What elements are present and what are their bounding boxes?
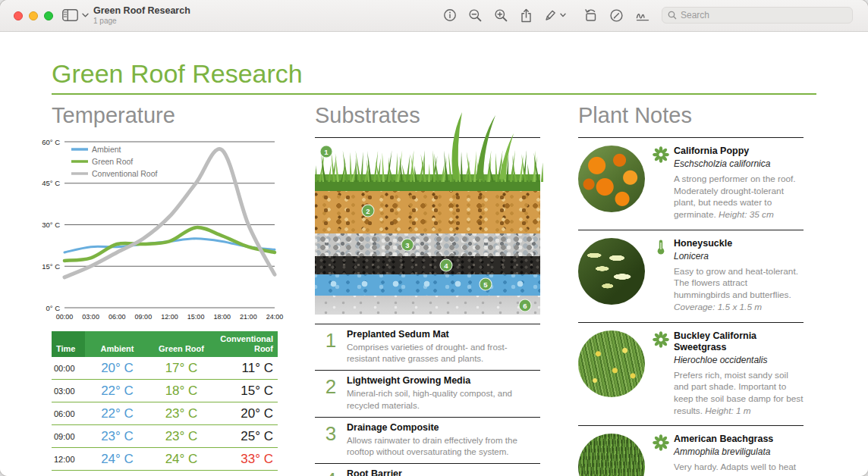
markup-button[interactable] xyxy=(544,8,566,22)
search-input[interactable] xyxy=(681,10,847,20)
zoom-out-button[interactable] xyxy=(468,8,483,23)
ambient-cell: 20° C xyxy=(85,361,149,376)
grass-svg xyxy=(315,111,540,191)
preview-window: Green Roof Research 1 page xyxy=(0,0,868,476)
toolbar xyxy=(443,7,853,23)
window-subtitle: 1 page xyxy=(93,17,190,25)
list-item: 3 Drainage Composite Allows rainwater to… xyxy=(315,418,540,464)
plant-description: Prefers rich, moist sandy soil and part … xyxy=(674,370,804,418)
column-header: Ambient xyxy=(85,331,149,357)
plant-name: California Poppy xyxy=(674,146,804,157)
svg-text:24:00: 24:00 xyxy=(266,313,284,321)
conventional-cell: 25° C xyxy=(213,429,278,444)
temperature-chart: 0° C15° C30° C45° C60° C00:0003:0006:000… xyxy=(41,138,288,329)
document-title: Green Roof Research xyxy=(52,59,303,89)
conventional-cell: 11° C xyxy=(213,361,278,376)
plant-photo xyxy=(578,330,645,397)
signature-icon xyxy=(635,9,650,22)
traffic-lights xyxy=(14,11,53,20)
close-button[interactable] xyxy=(14,11,23,20)
plant-latin-name: Ammophila breviligulata xyxy=(674,446,804,457)
plant-entry: California Poppy Eschscholzia californic… xyxy=(578,138,804,230)
time-cell: 00:00 xyxy=(52,364,85,373)
substrate-badge: 3 xyxy=(401,239,414,252)
item-number: 2 xyxy=(315,375,347,411)
item-number: 4 xyxy=(315,468,347,476)
minimize-button[interactable] xyxy=(29,11,38,20)
time-cell: 09:00 xyxy=(52,432,85,441)
plant-stat: Height: 35 cm xyxy=(719,209,774,220)
plant-stat: Coverage: 1.5 x 1.5 m xyxy=(674,302,762,312)
green-roof-cell: 23° C xyxy=(149,406,213,421)
chevron-down-icon xyxy=(560,13,566,17)
item-title: Preplanted Sedum Mat xyxy=(347,329,540,340)
sidebar-icon xyxy=(62,9,78,21)
svg-text:60° C: 60° C xyxy=(42,138,60,146)
flower-icon xyxy=(653,434,669,451)
svg-text:18:00: 18:00 xyxy=(213,313,231,321)
time-cell: 12:00 xyxy=(52,455,85,464)
search-field[interactable] xyxy=(662,7,853,23)
temperature-table: Time Ambient Green Roof Conventional Roo… xyxy=(52,331,278,471)
ambient-cell: 23° C xyxy=(85,429,149,444)
plant-icon xyxy=(653,330,670,418)
plant-entry: Buckley California Sweetgrass Hierochloe… xyxy=(578,323,804,427)
table-row: 12:00 24° C 24° C 33° C xyxy=(52,448,278,471)
table-row: 00:00 20° C 17° C 11° C xyxy=(52,357,278,380)
svg-text:Conventional Roof: Conventional Roof xyxy=(92,169,157,178)
item-title: Lightweight Growing Media xyxy=(347,375,540,386)
signature-button[interactable] xyxy=(635,9,650,22)
document-page: Green Roof Research Temperature Substrat… xyxy=(0,32,868,476)
rotate-left-button[interactable] xyxy=(583,8,598,22)
plant-latin-name: Eschscholzia californica xyxy=(674,158,804,169)
zoom-in-icon xyxy=(494,8,508,23)
ambient-cell: 22° C xyxy=(85,384,149,399)
zoom-in-button[interactable] xyxy=(494,8,508,23)
plant-entry: Honeysuckle Lonicera Easy to grow and he… xyxy=(578,230,804,323)
substrate-list: 1 Preplanted Sedum Mat Comprises varieti… xyxy=(315,324,540,476)
time-cell: 03:00 xyxy=(52,387,85,396)
plant-name: Buckley California Sweetgrass xyxy=(674,330,804,353)
zoom-window-button[interactable] xyxy=(44,11,53,20)
item-number: 1 xyxy=(315,329,347,365)
plant-notes-list: California Poppy Eschscholzia californic… xyxy=(578,138,804,476)
share-icon xyxy=(520,8,533,23)
svg-text:15:00: 15:00 xyxy=(187,313,205,321)
plant-latin-name: Lonicera xyxy=(674,251,804,261)
title-rule xyxy=(52,93,816,95)
window-title-block: Green Roof Research 1 page xyxy=(93,5,190,25)
share-button[interactable] xyxy=(520,8,533,23)
table-row: 06:00 22° C 23° C 20° C xyxy=(52,402,278,425)
svg-text:45° C: 45° C xyxy=(42,179,60,187)
window-title: Green Roof Research xyxy=(93,5,190,16)
svg-text:30° C: 30° C xyxy=(42,221,60,229)
sidebar-toggle-button[interactable] xyxy=(62,9,89,21)
substrate-badge: 2 xyxy=(362,205,375,218)
svg-text:06:00: 06:00 xyxy=(108,313,126,321)
column-header: Conventional Roof xyxy=(213,331,278,357)
substrate-badge: 1 xyxy=(320,146,333,158)
plant-name: American Beachgrass xyxy=(674,434,804,445)
list-item: 1 Preplanted Sedum Mat Comprises varieti… xyxy=(315,324,540,371)
conventional-cell-alert: 33° C xyxy=(213,452,278,467)
titlebar: Green Roof Research 1 page xyxy=(0,0,868,32)
item-description: Comprises varieties of drought- and fros… xyxy=(347,342,540,365)
root-barrier-layer xyxy=(315,256,540,274)
plant-icon xyxy=(653,146,670,221)
ambient-cell: 24° C xyxy=(85,452,149,467)
column-header: Time xyxy=(52,331,85,357)
info-button[interactable] xyxy=(443,8,457,22)
growing-media-layer xyxy=(315,191,540,233)
annotate-button[interactable] xyxy=(609,8,624,23)
green-roof-cell: 17° C xyxy=(149,361,213,376)
plant-photo xyxy=(578,238,645,305)
plant-description: Very hardy. Adapts well to heat stress o… xyxy=(674,462,804,476)
chevron-down-icon xyxy=(82,13,89,17)
roof-deck-layer xyxy=(315,296,540,315)
table-header-row: Time Ambient Green Roof Conventional Roo… xyxy=(52,331,278,357)
svg-text:00:00: 00:00 xyxy=(56,313,74,321)
green-roof-cell: 24° C xyxy=(149,452,213,467)
substrate-badge: 6 xyxy=(519,299,532,312)
svg-text:03:00: 03:00 xyxy=(82,313,99,321)
substrate-badge: 4 xyxy=(440,259,453,272)
